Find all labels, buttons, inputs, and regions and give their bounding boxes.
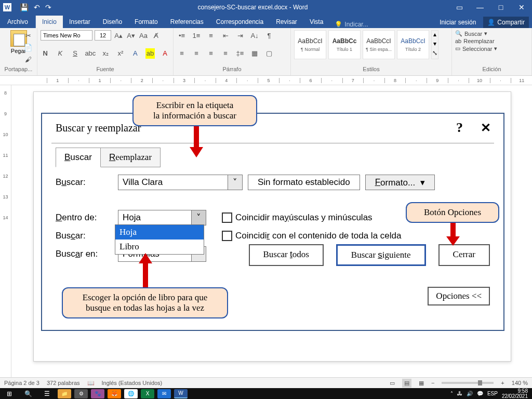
options-button[interactable]: Opciones << (428, 287, 490, 305)
match-case-checkbox[interactable] (222, 212, 232, 223)
tab-vista[interactable]: Vista (303, 16, 329, 28)
font-size-input[interactable] (95, 30, 111, 41)
show-marks-icon[interactable]: ¶ (264, 30, 274, 41)
taskbar-chrome-icon[interactable]: 🌐 (124, 389, 138, 398)
styles-more-down-icon[interactable]: ▾ (432, 40, 438, 49)
within-option-hoja[interactable]: Hoja (115, 225, 204, 240)
styles-more-icon[interactable]: ⤡ (432, 49, 438, 59)
taskbar-search-icon[interactable]: 🔍 (19, 390, 37, 397)
underline-icon[interactable]: S (70, 48, 80, 59)
format-button[interactable]: Formato... ▾ (365, 175, 435, 190)
qat-redo-icon[interactable]: ↷ (45, 3, 51, 11)
share-button[interactable]: 👤 Compartir (483, 17, 529, 28)
maximize-button[interactable]: □ (490, 0, 511, 15)
close-window-button[interactable]: ✕ (511, 0, 532, 15)
style-titulo1[interactable]: AaBbCc Título 1 (328, 30, 361, 59)
replace-button[interactable]: abReemplazar (455, 38, 528, 44)
tray-network-icon[interactable]: 🖧 (457, 391, 462, 396)
superscript-icon[interactable]: x² (116, 48, 126, 59)
start-button[interactable]: ⊞ (0, 388, 19, 399)
taskbar-firefox-icon[interactable]: 🦊 (108, 389, 121, 398)
sort-icon[interactable]: A↓ (249, 30, 260, 41)
grow-font-icon[interactable]: A▴ (113, 30, 124, 41)
change-case-icon[interactable]: Aa (138, 30, 149, 41)
tab-inicio[interactable]: Inicio (36, 16, 63, 28)
highlight-icon[interactable]: ab (145, 48, 155, 59)
status-page[interactable]: Página 2 de 3 (4, 380, 39, 386)
copy-icon[interactable]: 📄 (23, 42, 33, 52)
tab-insertar[interactable]: Insertar (63, 16, 97, 28)
shading-icon[interactable]: ▦ (249, 48, 260, 59)
tab-referencias[interactable]: Referencias (164, 16, 210, 28)
ribbon-display-icon[interactable]: ▭ (449, 0, 470, 15)
dialog-tab-replace[interactable]: Reemplazar (101, 148, 161, 167)
qat-undo-icon[interactable]: ↶ (34, 3, 40, 11)
print-layout-icon[interactable]: ▤ (402, 379, 411, 388)
match-entire-checkbox[interactable] (222, 231, 232, 241)
format-painter-icon[interactable]: 🖌 (23, 54, 33, 64)
tell-me-search[interactable]: 💡 Indicar... (329, 21, 373, 28)
clear-format-icon[interactable]: A̸ (151, 30, 161, 41)
tray-notifications-icon[interactable]: 💬 (477, 391, 483, 396)
italic-icon[interactable]: K (56, 48, 65, 59)
text-effects-icon[interactable]: A (130, 48, 140, 59)
tab-revisar[interactable]: Revisar (270, 16, 303, 28)
tray-date[interactable]: 22/02/2021 (502, 394, 528, 399)
tab-file[interactable]: Archivo (0, 16, 36, 28)
zoom-slider[interactable] (442, 382, 494, 384)
increase-indent-icon[interactable]: ⇥ (235, 30, 245, 41)
within-option-libro[interactable]: Libro (115, 240, 204, 254)
tray-up-icon[interactable]: ˄ (450, 391, 453, 396)
tray-language[interactable]: ESP (487, 391, 498, 396)
style-sinespaciado[interactable]: AaBbCcI ¶ Sin espa... (363, 30, 395, 59)
align-center-icon[interactable]: ≡ (191, 48, 202, 59)
select-button[interactable]: ▭Seleccionar▾ (455, 45, 528, 52)
taskbar-excel-icon[interactable]: X (141, 389, 154, 398)
cut-icon[interactable]: ✂ (23, 30, 33, 41)
web-layout-icon[interactable]: ▦ (419, 380, 424, 387)
tab-diseno[interactable]: Diseño (97, 16, 128, 28)
tray-time[interactable]: 9:58 (502, 389, 528, 394)
status-words[interactable]: 372 palabras (47, 380, 80, 386)
bullets-icon[interactable]: •≡ (177, 30, 187, 41)
task-view-icon[interactable]: ☰ (37, 388, 56, 399)
tray-volume-icon[interactable]: 🔊 (467, 391, 473, 396)
tab-formato[interactable]: Formato (128, 16, 164, 28)
dialog-close-button[interactable]: ✕ (481, 121, 491, 135)
chevron-down-icon[interactable]: ˅ (191, 210, 206, 225)
taskbar-app-icon[interactable]: 🐾 (91, 389, 104, 398)
borders-icon[interactable]: ▢ (264, 48, 274, 59)
sign-in-link[interactable]: Iniciar sesión (434, 17, 481, 28)
taskbar-thunderbird-icon[interactable]: ✉ (157, 389, 171, 398)
find-what-combo[interactable]: Villa Clara ˅ (118, 175, 243, 190)
bold-icon[interactable]: N (41, 48, 50, 59)
align-right-icon[interactable]: ≡ (206, 48, 216, 59)
taskbar-word-icon[interactable]: W (174, 389, 188, 398)
subscript-icon[interactable]: x₂ (101, 48, 111, 59)
style-titulo2[interactable]: AaBbCcI Título 2 (397, 30, 429, 59)
zoom-in-button[interactable]: + (501, 380, 504, 386)
justify-icon[interactable]: ≡ (220, 48, 231, 59)
strike-icon[interactable]: abc (85, 48, 96, 59)
qat-save-icon[interactable]: 💾 (20, 3, 29, 11)
horizontal-ruler[interactable]: 1·1·2·3·4·5·6·7·8·9·10·11 (0, 76, 532, 85)
styles-more-up-icon[interactable]: ▴ (432, 31, 438, 40)
style-normal[interactable]: AaBbCcI ¶ Normal (294, 30, 326, 59)
line-spacing-icon[interactable]: ‡≡ (235, 48, 245, 59)
font-color-icon[interactable]: A (160, 48, 170, 59)
minimize-button[interactable]: — (470, 0, 490, 15)
zoom-level[interactable]: 140 % (512, 380, 528, 386)
decrease-indent-icon[interactable]: ⇤ (220, 30, 231, 41)
proofing-icon[interactable]: 📖 (87, 380, 95, 387)
font-name-input[interactable] (41, 30, 92, 41)
zoom-out-button[interactable]: − (431, 380, 434, 386)
shrink-font-icon[interactable]: A▾ (126, 30, 136, 41)
within-combo[interactable]: Hoja ˅ (118, 210, 206, 225)
chevron-down-icon[interactable]: ˅ (228, 175, 242, 190)
find-all-button[interactable]: Buscar todos (249, 244, 324, 266)
find-button[interactable]: 🔍Buscar▾ (455, 30, 528, 37)
tab-correspondencia[interactable]: Correspondencia (210, 16, 270, 28)
vertical-ruler[interactable]: 891011121314 (0, 85, 11, 377)
close-button[interactable]: Cerrar (438, 244, 490, 266)
taskbar-explorer-icon[interactable]: 📁 (58, 389, 71, 398)
